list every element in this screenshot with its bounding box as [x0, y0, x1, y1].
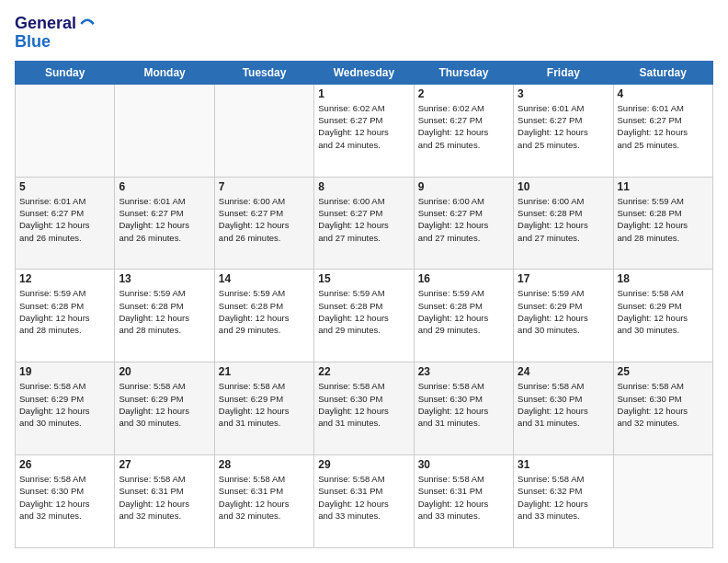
day-info-line: Daylight: 12 hours — [119, 219, 210, 231]
day-number: 13 — [119, 272, 210, 285]
calendar-week-2: 5Sunrise: 6:01 AMSunset: 6:27 PMDaylight… — [16, 177, 713, 270]
day-info-line: Daylight: 12 hours — [618, 405, 709, 417]
day-info-line: Sunrise: 5:58 AM — [19, 473, 110, 485]
day-info-line: Sunrise: 5:58 AM — [119, 473, 210, 485]
day-number: 18 — [618, 272, 709, 285]
calendar-week-3: 12Sunrise: 5:59 AMSunset: 6:28 PMDayligh… — [16, 270, 713, 362]
day-info: Sunrise: 5:58 AMSunset: 6:29 PMDaylight:… — [618, 287, 709, 336]
day-info-line: Daylight: 12 hours — [318, 498, 409, 510]
day-info-line: Sunrise: 5:59 AM — [618, 195, 709, 207]
calendar-cell: 3Sunrise: 6:01 AMSunset: 6:27 PMDaylight… — [514, 84, 613, 177]
day-info: Sunrise: 5:58 AMSunset: 6:29 PMDaylight:… — [119, 380, 210, 429]
calendar-cell: 18Sunrise: 5:58 AMSunset: 6:29 PMDayligh… — [613, 270, 712, 362]
day-number: 21 — [219, 365, 310, 378]
logo-icon — [78, 15, 97, 33]
day-number: 19 — [19, 365, 110, 378]
day-info-line: Sunrise: 5:58 AM — [119, 380, 210, 392]
day-info-line: Sunrise: 5:58 AM — [219, 380, 310, 392]
day-info-line: and 30 minutes. — [119, 417, 210, 429]
calendar-cell — [613, 455, 712, 548]
calendar-cell — [16, 84, 115, 177]
day-info-line: Sunrise: 5:59 AM — [518, 287, 609, 299]
day-info-line: Daylight: 12 hours — [19, 219, 110, 231]
day-info: Sunrise: 5:59 AMSunset: 6:28 PMDaylight:… — [418, 287, 509, 336]
day-info-line: Sunrise: 5:59 AM — [19, 287, 110, 299]
weekday-header-saturday: Saturday — [613, 61, 712, 84]
day-info-line: Sunrise: 5:58 AM — [518, 380, 609, 392]
day-info-line: Sunset: 6:30 PM — [618, 393, 709, 405]
calendar-cell: 2Sunrise: 6:02 AMSunset: 6:27 PMDaylight… — [414, 84, 513, 177]
day-info-line: and 28 minutes. — [19, 324, 110, 336]
calendar-cell: 26Sunrise: 5:58 AMSunset: 6:30 PMDayligh… — [16, 455, 115, 548]
day-info-line: Sunrise: 6:02 AM — [318, 102, 409, 114]
day-info-line: and 25 minutes. — [518, 139, 609, 151]
day-number: 10 — [518, 180, 609, 193]
calendar-cell: 7Sunrise: 6:00 AMSunset: 6:27 PMDaylight… — [214, 177, 313, 270]
calendar-cell: 20Sunrise: 5:58 AMSunset: 6:29 PMDayligh… — [115, 362, 214, 455]
day-info-line: Sunrise: 6:00 AM — [418, 195, 509, 207]
day-info: Sunrise: 5:58 AMSunset: 6:30 PMDaylight:… — [318, 380, 409, 429]
day-number: 27 — [119, 458, 210, 471]
day-info-line: Sunrise: 5:59 AM — [219, 287, 310, 299]
calendar-cell: 31Sunrise: 5:58 AMSunset: 6:32 PMDayligh… — [514, 455, 613, 548]
day-info: Sunrise: 5:59 AMSunset: 6:28 PMDaylight:… — [618, 195, 709, 244]
day-info-line: Sunset: 6:27 PM — [418, 207, 509, 219]
calendar-cell: 11Sunrise: 5:59 AMSunset: 6:28 PMDayligh… — [613, 177, 712, 270]
day-info-line: Daylight: 12 hours — [518, 405, 609, 417]
calendar-body: 1Sunrise: 6:02 AMSunset: 6:27 PMDaylight… — [16, 84, 713, 547]
day-number: 12 — [19, 272, 110, 285]
day-info-line: Daylight: 12 hours — [418, 312, 509, 324]
day-info-line: Sunrise: 5:58 AM — [618, 380, 709, 392]
day-info: Sunrise: 5:59 AMSunset: 6:28 PMDaylight:… — [219, 287, 310, 336]
calendar-cell: 30Sunrise: 5:58 AMSunset: 6:31 PMDayligh… — [414, 455, 513, 548]
header: General Blue — [15, 15, 713, 52]
day-info-line: Daylight: 12 hours — [19, 405, 110, 417]
calendar-cell: 9Sunrise: 6:00 AMSunset: 6:27 PMDaylight… — [414, 177, 513, 270]
calendar-cell: 24Sunrise: 5:58 AMSunset: 6:30 PMDayligh… — [514, 362, 613, 455]
day-info-line: and 30 minutes. — [518, 324, 609, 336]
day-info: Sunrise: 6:02 AMSunset: 6:27 PMDaylight:… — [418, 102, 509, 151]
calendar-cell: 22Sunrise: 5:58 AMSunset: 6:30 PMDayligh… — [314, 362, 414, 455]
day-info-line: and 29 minutes. — [219, 324, 310, 336]
day-info-line: Daylight: 12 hours — [518, 312, 609, 324]
day-info: Sunrise: 5:58 AMSunset: 6:32 PMDaylight:… — [518, 473, 609, 522]
day-info-line: and 33 minutes. — [418, 510, 509, 522]
day-info-line: Sunrise: 5:58 AM — [518, 473, 609, 485]
day-info-line: Sunset: 6:27 PM — [418, 114, 509, 126]
calendar-cell: 21Sunrise: 5:58 AMSunset: 6:29 PMDayligh… — [214, 362, 313, 455]
weekday-header-wednesday: Wednesday — [314, 61, 414, 84]
day-info-line: Daylight: 12 hours — [219, 312, 310, 324]
day-info-line: and 30 minutes. — [19, 417, 110, 429]
day-number: 11 — [618, 180, 709, 193]
day-info: Sunrise: 5:58 AMSunset: 6:30 PMDaylight:… — [19, 473, 110, 522]
day-info-line: Sunset: 6:29 PM — [119, 393, 210, 405]
day-info: Sunrise: 6:01 AMSunset: 6:27 PMDaylight:… — [618, 102, 709, 151]
day-info-line: and 28 minutes. — [618, 232, 709, 244]
day-info: Sunrise: 6:01 AMSunset: 6:27 PMDaylight:… — [19, 195, 110, 244]
day-info-line: Daylight: 12 hours — [518, 498, 609, 510]
day-info-line: Sunrise: 5:59 AM — [418, 287, 509, 299]
day-info-line: Daylight: 12 hours — [418, 219, 509, 231]
calendar-cell: 16Sunrise: 5:59 AMSunset: 6:28 PMDayligh… — [414, 270, 513, 362]
calendar-cell: 12Sunrise: 5:59 AMSunset: 6:28 PMDayligh… — [16, 270, 115, 362]
calendar-cell — [214, 84, 313, 177]
day-info-line: Daylight: 12 hours — [219, 219, 310, 231]
day-info-line: Daylight: 12 hours — [19, 312, 110, 324]
day-info-line: Sunrise: 6:01 AM — [618, 102, 709, 114]
day-number: 29 — [318, 458, 409, 471]
day-info: Sunrise: 5:59 AMSunset: 6:28 PMDaylight:… — [119, 287, 210, 336]
day-number: 26 — [19, 458, 110, 471]
day-number: 9 — [418, 180, 509, 193]
day-info-line: and 26 minutes. — [119, 232, 210, 244]
day-info-line: and 25 minutes. — [618, 139, 709, 151]
calendar-cell: 14Sunrise: 5:59 AMSunset: 6:28 PMDayligh… — [214, 270, 313, 362]
day-info: Sunrise: 6:00 AMSunset: 6:28 PMDaylight:… — [518, 195, 609, 244]
day-info-line: Sunset: 6:30 PM — [19, 485, 110, 497]
weekday-header-row: SundayMondayTuesdayWednesdayThursdayFrid… — [16, 61, 713, 84]
calendar-cell: 29Sunrise: 5:58 AMSunset: 6:31 PMDayligh… — [314, 455, 414, 548]
day-info: Sunrise: 5:58 AMSunset: 6:30 PMDaylight:… — [618, 380, 709, 429]
day-number: 2 — [418, 87, 509, 100]
day-info-line: Sunrise: 5:58 AM — [618, 287, 709, 299]
day-number: 6 — [119, 180, 210, 193]
calendar-cell: 28Sunrise: 5:58 AMSunset: 6:31 PMDayligh… — [214, 455, 313, 548]
